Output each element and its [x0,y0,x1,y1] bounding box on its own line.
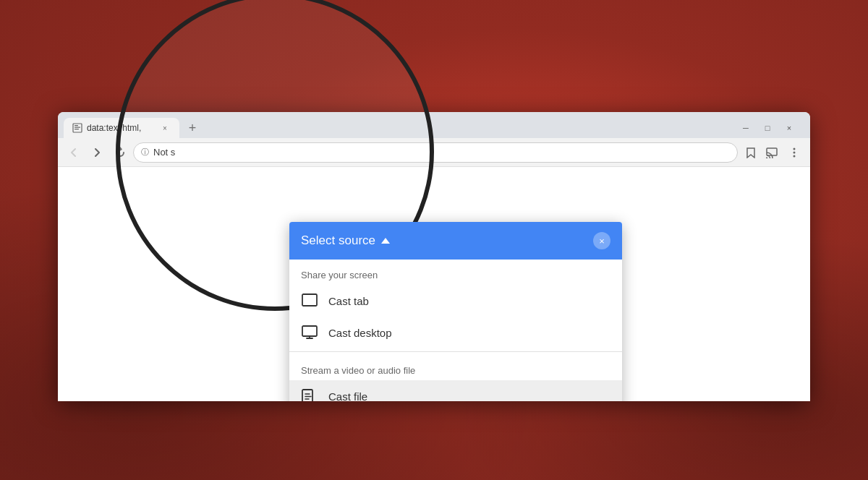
cast-arrow-icon [381,238,390,244]
cast-close-button[interactable]: × [593,232,610,249]
svg-rect-0 [73,124,82,132]
tab-title: data:text/html, [87,123,155,133]
cast-section-file-label: Stream a video or audio file [289,355,622,380]
svg-point-6 [793,147,796,150]
reload-button[interactable] [110,142,130,163]
cast-source-dropdown: Select source × Share your screen Cast t… [289,222,622,401]
svg-point-5 [766,157,768,158]
tab-favicon-icon [72,123,82,133]
back-button[interactable] [64,142,84,163]
svg-point-7 [793,151,796,153]
svg-rect-2 [75,127,80,128]
svg-rect-3 [75,129,79,129]
cast-header-title: Select source [301,233,390,248]
forward-button[interactable] [87,142,107,163]
svg-rect-9 [302,294,317,306]
bookmark-button[interactable] [741,142,761,163]
cast-file-item[interactable]: Cast file [289,380,622,401]
close-window-button[interactable]: × [780,121,799,135]
browser-window: data:text/html, × + ─ □ × ⓘ [58,112,810,401]
svg-rect-1 [75,125,78,126]
tab-close-button[interactable]: × [159,122,171,134]
cast-desktop-item[interactable]: Cast desktop [289,317,622,348]
svg-rect-4 [767,148,777,155]
new-tab-button[interactable]: + [182,118,203,138]
browser-content: Select source × Share your screen Cast t… [58,167,810,401]
address-text: Not s [153,147,175,158]
svg-rect-10 [302,326,317,336]
cast-desktop-label: Cast desktop [328,327,392,339]
cast-tab-icon [301,292,318,309]
cast-button[interactable] [762,142,783,163]
menu-button[interactable] [784,142,804,163]
svg-point-8 [793,155,796,157]
cast-file-icon [301,387,318,401]
cast-header-title-text: Select source [301,233,375,248]
cast-desktop-icon [301,324,318,341]
window-controls: ─ □ × [736,121,804,138]
cast-header: Select source × [289,222,622,260]
cast-tab-item[interactable]: Cast tab [289,285,622,317]
security-icon: ⓘ [141,147,149,158]
tab-bar: data:text/html, × + ─ □ × [58,112,810,138]
cast-tab-label: Cast tab [328,295,369,307]
cast-file-label: Cast file [328,390,367,402]
minimize-button[interactable]: ─ [736,121,755,135]
browser-tab[interactable]: data:text/html, × [64,118,179,138]
address-bar[interactable]: ⓘ Not s [133,142,738,163]
nav-bar: ⓘ Not s [58,138,810,167]
cast-divider [289,351,622,352]
maximize-button[interactable]: □ [758,121,777,135]
nav-actions [741,142,804,163]
cast-section-screen-label: Share your screen [289,260,622,285]
